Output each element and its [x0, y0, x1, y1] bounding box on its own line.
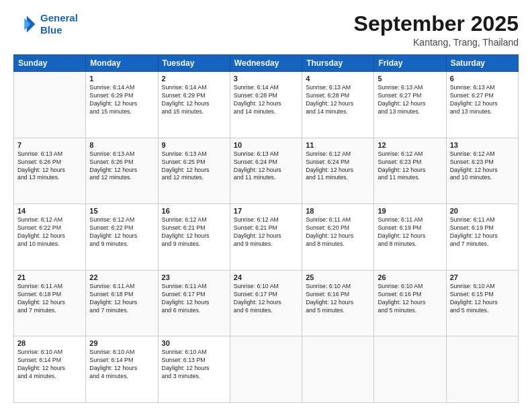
cell-info: Sunrise: 6:12 AM Sunset: 6:22 PM Dayligh… [89, 216, 154, 248]
month-title: September 2025 [354, 12, 519, 36]
day-number: 23 [162, 273, 226, 281]
cell-info: Sunrise: 6:10 AM Sunset: 6:14 PM Dayligh… [17, 349, 82, 381]
logo-line2: Blue [40, 24, 62, 36]
calendar-cell: 10Sunrise: 6:13 AM Sunset: 6:24 PM Dayli… [230, 138, 302, 204]
cell-info: Sunrise: 6:10 AM Sunset: 6:17 PM Dayligh… [234, 283, 298, 315]
calendar-cell: 6Sunrise: 6:13 AM Sunset: 6:27 PM Daylig… [446, 72, 518, 138]
cell-info: Sunrise: 6:13 AM Sunset: 6:26 PM Dayligh… [89, 150, 154, 183]
col-header-sunday: Sunday [14, 55, 86, 72]
logo-line1: General [40, 12, 78, 24]
cell-info: Sunrise: 6:13 AM Sunset: 6:28 PM Dayligh… [306, 84, 370, 116]
day-number: 20 [450, 207, 515, 215]
calendar-cell: 3Sunrise: 6:14 AM Sunset: 6:28 PM Daylig… [230, 72, 302, 138]
logo-text: General Blue [40, 12, 78, 36]
calendar-cell: 7Sunrise: 6:13 AM Sunset: 6:26 PM Daylig… [14, 138, 86, 204]
cell-info: Sunrise: 6:10 AM Sunset: 6:15 PM Dayligh… [450, 283, 515, 315]
cell-info: Sunrise: 6:11 AM Sunset: 6:19 PM Dayligh… [450, 216, 515, 248]
cell-info: Sunrise: 6:10 AM Sunset: 6:14 PM Dayligh… [89, 349, 154, 381]
calendar-cell: 27Sunrise: 6:10 AM Sunset: 6:15 PM Dayli… [446, 270, 518, 336]
calendar-week-row: 14Sunrise: 6:12 AM Sunset: 6:22 PM Dayli… [14, 204, 519, 271]
day-number: 27 [450, 273, 515, 281]
day-number: 21 [17, 273, 82, 281]
day-number: 28 [17, 339, 82, 347]
col-header-friday: Friday [374, 55, 446, 72]
calendar-cell: 15Sunrise: 6:12 AM Sunset: 6:22 PM Dayli… [86, 204, 158, 271]
day-number: 9 [162, 141, 226, 149]
calendar-cell: 1Sunrise: 6:14 AM Sunset: 6:29 PM Daylig… [86, 72, 158, 138]
calendar-cell: 14Sunrise: 6:12 AM Sunset: 6:22 PM Dayli… [14, 204, 86, 271]
col-header-monday: Monday [86, 55, 158, 72]
calendar-cell: 25Sunrise: 6:10 AM Sunset: 6:16 PM Dayli… [302, 270, 374, 336]
col-header-thursday: Thursday [302, 55, 374, 72]
calendar-cell: 21Sunrise: 6:11 AM Sunset: 6:18 PM Dayli… [14, 270, 86, 336]
cell-info: Sunrise: 6:11 AM Sunset: 6:19 PM Dayligh… [378, 216, 442, 248]
calendar-cell: 26Sunrise: 6:10 AM Sunset: 6:16 PM Dayli… [374, 270, 446, 336]
calendar-cell: 9Sunrise: 6:13 AM Sunset: 6:25 PM Daylig… [158, 138, 230, 204]
calendar-week-row: 21Sunrise: 6:11 AM Sunset: 6:18 PM Dayli… [14, 270, 519, 336]
col-header-saturday: Saturday [446, 55, 518, 72]
calendar-week-row: 28Sunrise: 6:10 AM Sunset: 6:14 PM Dayli… [14, 336, 519, 403]
cell-info: Sunrise: 6:14 AM Sunset: 6:28 PM Dayligh… [234, 84, 298, 116]
cell-info: Sunrise: 6:10 AM Sunset: 6:16 PM Dayligh… [306, 283, 370, 315]
day-number: 10 [234, 141, 298, 149]
cell-info: Sunrise: 6:12 AM Sunset: 6:24 PM Dayligh… [306, 150, 370, 183]
day-number: 16 [162, 207, 226, 215]
logo: General Blue [13, 12, 78, 36]
day-number: 3 [234, 75, 298, 83]
cell-info: Sunrise: 6:14 AM Sunset: 6:29 PM Dayligh… [89, 84, 154, 116]
cell-info: Sunrise: 6:12 AM Sunset: 6:22 PM Dayligh… [17, 216, 82, 248]
cell-info: Sunrise: 6:12 AM Sunset: 6:21 PM Dayligh… [162, 216, 226, 248]
day-number: 12 [378, 141, 442, 149]
calendar-cell: 24Sunrise: 6:10 AM Sunset: 6:17 PM Dayli… [230, 270, 302, 336]
day-number: 1 [89, 75, 154, 83]
calendar-cell: 23Sunrise: 6:11 AM Sunset: 6:17 PM Dayli… [158, 270, 230, 336]
day-number: 17 [234, 207, 298, 215]
day-number: 5 [378, 75, 442, 83]
day-number: 25 [306, 273, 370, 281]
calendar-week-row: 7Sunrise: 6:13 AM Sunset: 6:26 PM Daylig… [14, 138, 519, 204]
cell-info: Sunrise: 6:10 AM Sunset: 6:16 PM Dayligh… [378, 283, 442, 315]
day-number: 7 [17, 141, 82, 149]
cell-info: Sunrise: 6:13 AM Sunset: 6:27 PM Dayligh… [378, 84, 442, 116]
calendar-cell: 30Sunrise: 6:10 AM Sunset: 6:13 PM Dayli… [158, 336, 230, 403]
location-subtitle: Kantang, Trang, Thailand [354, 37, 519, 48]
cell-info: Sunrise: 6:14 AM Sunset: 6:29 PM Dayligh… [162, 84, 226, 116]
cell-info: Sunrise: 6:12 AM Sunset: 6:21 PM Dayligh… [234, 216, 298, 248]
col-header-wednesday: Wednesday [230, 55, 302, 72]
calendar-cell: 19Sunrise: 6:11 AM Sunset: 6:19 PM Dayli… [374, 204, 446, 271]
cell-info: Sunrise: 6:12 AM Sunset: 6:23 PM Dayligh… [450, 150, 515, 183]
calendar-cell [446, 336, 518, 403]
calendar-cell: 12Sunrise: 6:12 AM Sunset: 6:23 PM Dayli… [374, 138, 446, 204]
day-number: 6 [450, 75, 515, 83]
col-header-tuesday: Tuesday [158, 55, 230, 72]
calendar-cell: 28Sunrise: 6:10 AM Sunset: 6:14 PM Dayli… [14, 336, 86, 403]
calendar-cell [14, 72, 86, 138]
cell-info: Sunrise: 6:13 AM Sunset: 6:26 PM Dayligh… [17, 150, 82, 183]
logo-icon [13, 12, 38, 36]
calendar-cell: 8Sunrise: 6:13 AM Sunset: 6:26 PM Daylig… [86, 138, 158, 204]
calendar-cell: 22Sunrise: 6:11 AM Sunset: 6:18 PM Dayli… [86, 270, 158, 336]
calendar-cell: 11Sunrise: 6:12 AM Sunset: 6:24 PM Dayli… [302, 138, 374, 204]
page: General Blue September 2025 Kantang, Tra… [0, 0, 532, 411]
day-number: 13 [450, 141, 515, 149]
cell-info: Sunrise: 6:13 AM Sunset: 6:24 PM Dayligh… [234, 150, 298, 183]
day-number: 15 [89, 207, 154, 215]
day-number: 22 [89, 273, 154, 281]
cell-info: Sunrise: 6:11 AM Sunset: 6:18 PM Dayligh… [89, 283, 154, 315]
header: General Blue September 2025 Kantang, Tra… [13, 12, 519, 48]
cell-info: Sunrise: 6:10 AM Sunset: 6:13 PM Dayligh… [162, 349, 226, 381]
calendar-cell [230, 336, 302, 403]
day-number: 8 [89, 141, 154, 149]
cell-info: Sunrise: 6:11 AM Sunset: 6:18 PM Dayligh… [17, 283, 82, 315]
calendar-cell: 29Sunrise: 6:10 AM Sunset: 6:14 PM Dayli… [86, 336, 158, 403]
day-number: 24 [234, 273, 298, 281]
day-number: 4 [306, 75, 370, 83]
calendar-cell: 5Sunrise: 6:13 AM Sunset: 6:27 PM Daylig… [374, 72, 446, 138]
day-number: 2 [162, 75, 226, 83]
calendar-cell: 16Sunrise: 6:12 AM Sunset: 6:21 PM Dayli… [158, 204, 230, 271]
cell-info: Sunrise: 6:12 AM Sunset: 6:23 PM Dayligh… [378, 150, 442, 183]
calendar-header-row: SundayMondayTuesdayWednesdayThursdayFrid… [14, 55, 519, 72]
day-number: 18 [306, 207, 370, 215]
calendar-cell: 20Sunrise: 6:11 AM Sunset: 6:19 PM Dayli… [446, 204, 518, 271]
calendar-table: SundayMondayTuesdayWednesdayThursdayFrid… [13, 54, 519, 403]
